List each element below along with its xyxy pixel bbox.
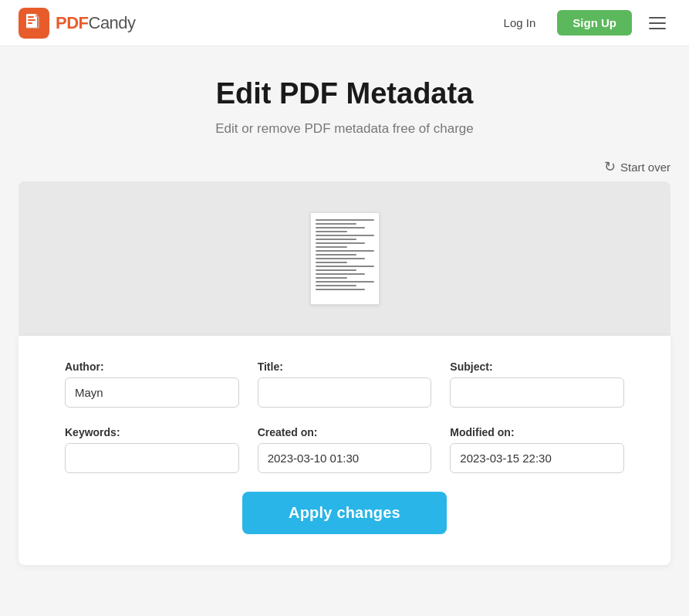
navbar-actions: Log In Sign Up xyxy=(495,10,670,36)
login-button[interactable]: Log In xyxy=(495,12,545,34)
created-on-input[interactable] xyxy=(258,443,432,473)
pdf-line-2 xyxy=(316,223,356,225)
pdf-line-18 xyxy=(316,285,356,286)
start-over-row: ↻ Start over xyxy=(19,158,670,175)
title-label: Title: xyxy=(258,360,432,373)
keywords-label: Keywords: xyxy=(65,426,239,438)
pdf-line-11 xyxy=(316,258,366,259)
pdf-line-6 xyxy=(316,239,356,240)
keywords-input[interactable] xyxy=(65,443,239,473)
form-group-keywords: Keywords: xyxy=(65,426,239,473)
form-row-2: Keywords: Created on: Modified on: xyxy=(65,426,624,473)
form-group-created-on: Created on: xyxy=(258,426,432,473)
pdf-line-10 xyxy=(316,254,356,256)
hamburger-line-1 xyxy=(649,17,666,19)
form-group-subject: Subject: xyxy=(450,360,624,408)
svg-rect-2 xyxy=(28,16,34,18)
subject-label: Subject: xyxy=(450,360,624,373)
pdf-line-4 xyxy=(316,231,348,232)
pdf-line-17 xyxy=(316,281,374,283)
start-over-label: Start over xyxy=(620,161,670,174)
metadata-panel: Author: Title: Subject: Keywords: Create… xyxy=(19,336,670,565)
pdf-line-16 xyxy=(316,277,348,279)
form-group-modified-on: Modified on: xyxy=(450,426,624,473)
form-row-1: Author: Title: Subject: xyxy=(65,360,624,408)
start-over-button[interactable]: ↻ Start over xyxy=(604,158,670,175)
navbar: PDFCandy Log In Sign Up xyxy=(0,0,689,46)
pdf-line-7 xyxy=(316,242,366,244)
pdf-line-12 xyxy=(316,262,348,263)
created-on-label: Created on: xyxy=(258,426,432,438)
apply-btn-row: Apply changes xyxy=(65,492,624,534)
signup-button[interactable]: Sign Up xyxy=(557,10,632,36)
logo-area: PDFCandy xyxy=(19,8,136,39)
author-label: Author: xyxy=(65,360,239,373)
modified-on-label: Modified on: xyxy=(450,426,624,438)
pdf-line-13 xyxy=(316,266,374,267)
refresh-icon: ↻ xyxy=(604,158,616,175)
form-group-title: Title: xyxy=(258,360,432,408)
form-group-author: Author: xyxy=(65,360,239,408)
title-input[interactable] xyxy=(258,377,432,408)
author-input[interactable] xyxy=(65,377,239,408)
modified-on-input[interactable] xyxy=(450,443,624,473)
pdf-line-9 xyxy=(316,250,374,252)
subject-input[interactable] xyxy=(450,377,624,408)
hamburger-line-2 xyxy=(649,22,666,24)
hamburger-menu-button[interactable] xyxy=(644,12,670,34)
page-subtitle: Edit or remove PDF metadata free of char… xyxy=(19,121,670,137)
pdf-line-15 xyxy=(316,273,366,275)
pdf-line-5 xyxy=(316,235,374,236)
logo-text: PDFCandy xyxy=(56,13,136,33)
svg-rect-4 xyxy=(28,22,32,24)
pdf-preview-panel xyxy=(19,181,670,336)
pdf-line-1 xyxy=(316,219,374,221)
apply-changes-button[interactable]: Apply changes xyxy=(242,492,447,534)
pdf-line-19 xyxy=(316,289,366,290)
pdfcandy-logo-icon xyxy=(19,8,49,39)
svg-rect-3 xyxy=(28,19,35,21)
pdf-thumbnail xyxy=(310,212,380,305)
hamburger-line-3 xyxy=(649,28,666,29)
page-title: Edit PDF Metadata xyxy=(19,77,670,110)
pdf-line-3 xyxy=(316,227,366,228)
pdf-line-14 xyxy=(316,269,356,271)
main-content: Edit PDF Metadata Edit or remove PDF met… xyxy=(0,46,689,596)
pdf-line-8 xyxy=(316,246,348,248)
